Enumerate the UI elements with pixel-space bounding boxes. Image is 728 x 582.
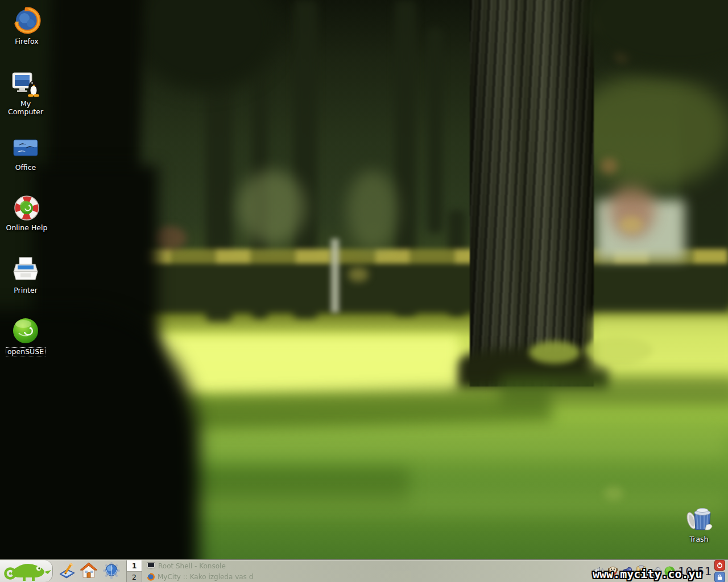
desktop-icon-firefox[interactable]: Firefox [5,6,49,45]
task-title: Root Shell - Konsole [158,562,226,570]
wallpaper-bokeh [620,216,643,233]
desktop-icon-label-selected: openSUSE [6,347,46,356]
task-title: MyCity :: Kako izgleda vas d [158,573,253,581]
opensuse-icon [11,316,40,346]
desktop-pager: 1 2 [126,560,142,582]
task-konsole[interactable]: Root Shell - Konsole [143,560,411,571]
desktop-icon-printer[interactable]: Printer [3,256,48,294]
desktop-icon-label: My Computer [3,100,48,117]
launcher-notes[interactable] [58,562,76,580]
desktop-icon-label: Office [3,164,48,172]
wallpaper-sunlit-grass [592,316,728,371]
desktop-icon-office[interactable]: Office [3,135,48,172]
wallpaper-tree [428,28,442,233]
power-logout-icon[interactable] [714,560,725,571]
task-firefox-mycity[interactable]: MyCity :: Kako izgleda vas d [143,571,411,582]
trash-icon [682,504,715,534]
wallpaper-hedge [131,256,728,313]
watermark-text: www.mycity.co.yu [593,567,702,581]
pager-desktop-1[interactable]: 1 [127,560,142,571]
kmenu-button[interactable] [0,560,53,582]
session-buttons [714,560,725,582]
desktop-icon-online-help[interactable]: Online Help [5,193,49,232]
desktop-icon-my-computer[interactable]: My Computer [3,69,48,117]
desktop-icon-trash[interactable]: Trash [677,504,721,543]
lock-screen-icon[interactable] [714,572,725,582]
my-computer-icon [10,69,41,99]
desktop-icon-label: Printer [3,286,48,294]
wallpaper-bokeh [601,158,618,174]
launcher-home[interactable] [80,562,98,580]
desktop-icon-label: Online Help [5,224,49,232]
launcher-konqueror[interactable] [102,562,121,580]
printer-icon [10,256,41,285]
wallpaper-forest [0,0,728,582]
desktop-icon-opensuse[interactable]: openSUSE [3,316,48,356]
konsole-icon [147,562,155,569]
desktop-icon-label: Firefox [5,38,49,45]
wallpaper-foliage [572,74,728,188]
pager-desktop-2[interactable]: 2 [127,571,142,582]
wallpaper-main-trunk [470,0,594,386]
task-title-fade [377,571,411,582]
wallpaper-light-gap [238,171,306,244]
wallpaper-shadow [500,375,728,406]
notes-pencil-icon [58,562,76,580]
wallpaper-grass-tuft [529,341,580,364]
desktop-screen: Firefox My Computer Office [0,0,728,582]
wallpaper-bokeh [348,267,369,282]
chameleon-icon [0,560,52,582]
konqueror-globe-icon [102,562,121,580]
firefox-small-icon [147,573,155,581]
wallpaper-canopy [580,0,728,74]
office-icon [11,135,40,163]
wallpaper-mow-stripe [171,493,728,516]
task-list: Root Shell - Konsole MyCity :: Kako izgl… [143,560,411,582]
desktop-icon-label: Trash [677,535,721,543]
home-folder-icon [80,562,98,580]
wallpaper-light-gap [347,171,398,250]
online-help-icon [12,193,42,223]
firefox-icon [12,6,42,36]
wallpaper-pole [331,239,339,313]
